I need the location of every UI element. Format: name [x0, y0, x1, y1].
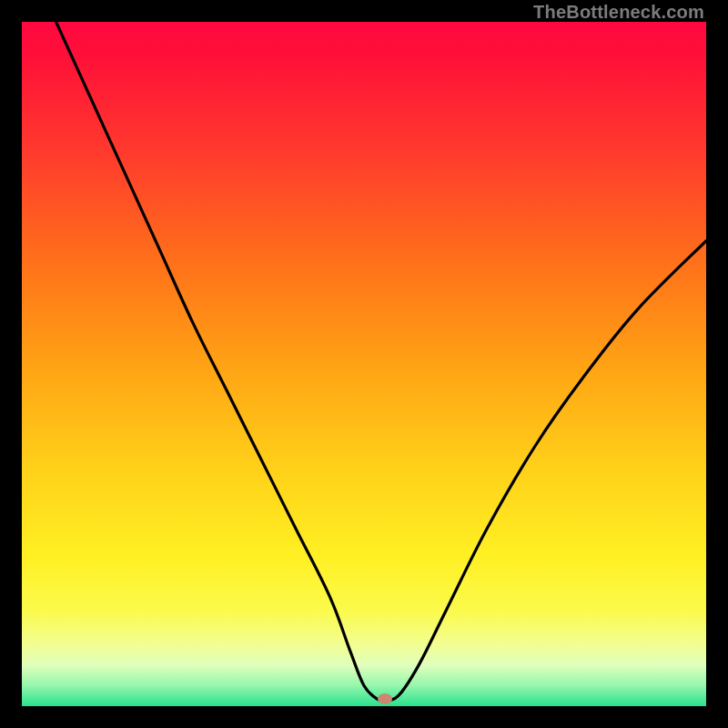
- chart-container: TheBottleneck.com: [0, 0, 728, 728]
- bottleneck-curve: [56, 22, 706, 701]
- plot-area: [22, 22, 706, 706]
- minimum-marker: [378, 693, 392, 704]
- watermark-text: TheBottleneck.com: [533, 2, 704, 23]
- curve-svg: [22, 22, 706, 706]
